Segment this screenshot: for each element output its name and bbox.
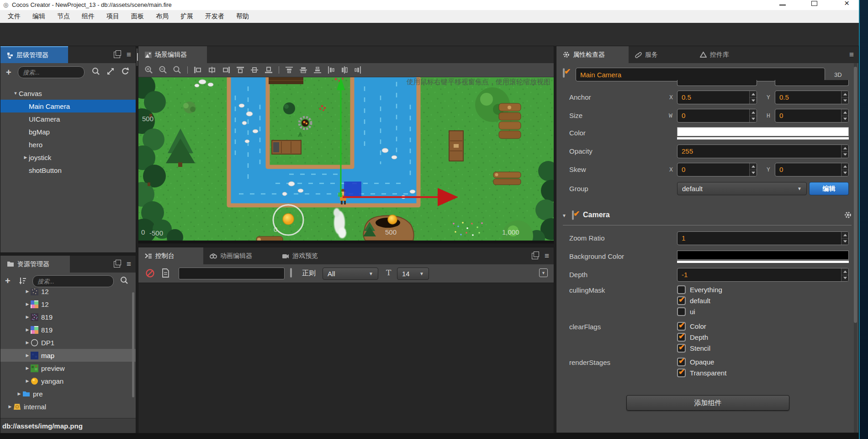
distribute-middle-icon[interactable] — [299, 66, 307, 74]
maximize-button[interactable] — [811, 1, 817, 6]
asset-item-preview[interactable]: ▶ preview — [0, 362, 136, 375]
asset-item-12-atlas[interactable]: ▶ 12 — [0, 298, 136, 311]
refresh-icon[interactable] — [121, 67, 129, 75]
menu-layout[interactable]: 布局 — [150, 12, 175, 21]
tab-console[interactable]: 控制台 — [138, 247, 203, 264]
inspector-scrollbar-track[interactable] — [854, 63, 857, 433]
checkbox[interactable] — [677, 285, 686, 294]
tree-node-uicamera[interactable]: UICamera — [0, 112, 136, 125]
tab-game-preview[interactable]: 游戏预览 — [275, 247, 339, 264]
size-w-field[interactable]: 0 — [677, 109, 757, 123]
caret-right-icon[interactable]: ▶ — [24, 366, 31, 370]
align-right-icon[interactable] — [222, 66, 230, 74]
render-opaque-option[interactable]: Opaque — [677, 357, 714, 367]
search-icon[interactable] — [120, 276, 128, 284]
search-icon[interactable] — [92, 67, 100, 75]
menu-extension[interactable]: 扩展 — [175, 12, 199, 21]
tree-node-hero[interactable]: hero — [0, 138, 136, 151]
distribute-left-icon[interactable] — [328, 66, 335, 74]
node-active-checkbox[interactable] — [563, 68, 565, 78]
clear-color-option[interactable]: Color — [677, 321, 706, 331]
hierarchy-search-input[interactable] — [18, 66, 85, 78]
asset-item-map[interactable]: ▶ map — [0, 349, 136, 362]
culling-ui-option[interactable]: ui — [677, 306, 695, 316]
sort-icon[interactable] — [19, 277, 26, 284]
stepper[interactable] — [841, 91, 848, 104]
close-button[interactable]: × — [844, 0, 849, 8]
tree-node-shotbutton[interactable]: shotButton — [0, 164, 136, 177]
tree-node-canvas[interactable]: ▼Canvas — [0, 87, 136, 100]
add-asset-button[interactable]: + — [5, 276, 11, 285]
align-center-h-icon[interactable] — [208, 66, 216, 74]
tab-hierarchy[interactable]: 层级管理器 — [0, 46, 68, 63]
checkbox[interactable] — [677, 369, 686, 377]
zoom-in-icon[interactable] — [145, 66, 153, 74]
panel-menu-icon[interactable]: ≡ — [127, 46, 131, 63]
zoom-reset-icon[interactable] — [173, 66, 181, 74]
component-gear-icon[interactable] — [844, 211, 852, 219]
checkbox[interactable] — [677, 333, 686, 342]
checkbox[interactable] — [677, 344, 686, 353]
distribute-top-icon[interactable] — [285, 66, 293, 74]
caret-right-icon[interactable]: ▶ — [24, 379, 31, 383]
menu-developer[interactable]: 开发者 — [199, 12, 230, 21]
distribute-bottom-icon[interactable] — [313, 66, 322, 74]
stepper[interactable] — [841, 145, 848, 158]
clear-console-icon[interactable] — [146, 269, 154, 278]
asset-item-12-particle[interactable]: ▶ 12 — [0, 289, 136, 298]
opacity-field[interactable]: 255 — [677, 145, 849, 158]
expand-all-icon[interactable] — [107, 68, 114, 75]
menu-edit[interactable]: 编辑 — [26, 12, 51, 21]
caret-down-icon[interactable]: ▼ — [12, 91, 19, 96]
render-transparent-option[interactable]: Transparent — [677, 368, 726, 378]
float-panel-icon[interactable] — [114, 261, 120, 268]
caret-right-icon[interactable]: ▶ — [24, 353, 31, 358]
culling-default-option[interactable]: default — [677, 295, 710, 305]
panel-menu-icon[interactable]: ≡ — [545, 247, 549, 264]
zoom-ratio-field[interactable]: 1 — [677, 231, 849, 245]
menu-file[interactable]: 文件 — [2, 12, 26, 21]
menu-project[interactable]: 项目 — [101, 12, 125, 21]
stepper[interactable] — [841, 163, 848, 176]
asset-item-819-atlas[interactable]: ▶ 819 — [0, 323, 136, 336]
float-panel-icon[interactable] — [114, 52, 120, 58]
stepper[interactable] — [749, 109, 757, 122]
stepper[interactable] — [841, 268, 848, 281]
zoom-out-icon[interactable] — [159, 66, 167, 74]
caret-right-icon[interactable]: ▶ — [24, 302, 31, 306]
checkbox[interactable] — [677, 296, 686, 305]
assets-scrollbar-thumb[interactable] — [132, 292, 134, 397]
asset-folder-pre[interactable]: ▶ pre — [0, 387, 136, 400]
tab-inspector[interactable]: 属性检查器 — [556, 46, 629, 63]
clear-stencil-option[interactable]: Stencil — [677, 343, 710, 353]
collapse-console-icon[interactable]: ▼ — [539, 268, 548, 277]
clear-depth-option[interactable]: Depth — [677, 332, 708, 342]
log-level-dropdown[interactable]: All▼ — [323, 268, 378, 280]
camera-enabled-checkbox[interactable] — [572, 210, 574, 220]
add-component-button[interactable]: 添加组件 — [626, 395, 789, 411]
anchor-y-field[interactable]: 0.5 — [775, 91, 849, 104]
caret-right-icon[interactable]: ▶ — [22, 155, 29, 160]
menu-node[interactable]: 节点 — [51, 12, 76, 21]
color-swatch[interactable] — [677, 127, 849, 136]
menu-help[interactable]: 帮助 — [230, 12, 255, 21]
checkbox[interactable] — [677, 358, 686, 366]
tab-widget-library[interactable]: 控件库 — [693, 46, 762, 63]
align-bottom-icon[interactable] — [265, 66, 273, 74]
panel-menu-icon[interactable]: ≡ — [127, 256, 131, 273]
background-color-swatch[interactable] — [677, 251, 849, 260]
distribute-center-icon[interactable] — [341, 66, 348, 74]
stepper[interactable] — [841, 109, 848, 122]
edit-group-button[interactable]: 编辑 — [809, 182, 849, 195]
distribute-right-icon[interactable] — [354, 66, 361, 74]
caret-right-icon[interactable]: ▶ — [24, 340, 31, 345]
checkbox[interactable] — [677, 307, 686, 316]
console-filter-input[interactable] — [179, 268, 285, 279]
align-middle-v-icon[interactable] — [250, 66, 259, 74]
console-output-area[interactable] — [138, 283, 554, 433]
inspector-scrollbar-thumb[interactable] — [854, 67, 857, 323]
align-left-icon[interactable] — [194, 66, 202, 74]
tab-assets[interactable]: 资源管理器 — [0, 256, 70, 273]
stepper[interactable] — [749, 91, 757, 104]
caret-right-icon[interactable]: ▶ — [24, 315, 31, 319]
